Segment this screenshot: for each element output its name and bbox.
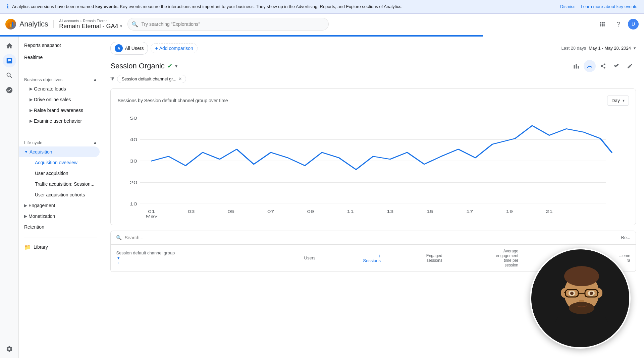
chevron-right-icon-4: ▶ <box>30 119 33 123</box>
chart-header: Session Organic ✔ ▾ <box>110 62 568 70</box>
svg-point-7 <box>602 23 603 25</box>
logo-area: Analytics <box>5 19 48 29</box>
filter-close-icon[interactable]: ✕ <box>178 76 182 81</box>
svg-point-4 <box>602 22 603 23</box>
nav-realtime[interactable]: Realtime <box>19 51 100 63</box>
svg-text:13: 13 <box>387 209 394 214</box>
chevron-right-icon-6: ▶ <box>24 214 27 219</box>
nav-retention[interactable]: Retention <box>19 222 100 232</box>
nav-section-lifecycle: Life cycle ▲ ▼ Acquisition Acquisition o… <box>19 135 102 235</box>
search-input[interactable] <box>127 18 329 31</box>
all-accounts-breadcrumb: All accounts › Remain Eternal <box>59 19 122 23</box>
add-col-icon[interactable]: + <box>117 260 120 265</box>
reports-snapshot-label: Reports snapshot <box>24 43 61 48</box>
svg-text:09: 09 <box>307 209 314 214</box>
left-nav-wrapper: Reports snapshot Realtime Business objec… <box>0 37 102 358</box>
nav-explore-button[interactable] <box>3 69 16 82</box>
chart-status-icon: ✔ <box>167 62 172 70</box>
svg-point-55 <box>569 302 594 314</box>
account-selector[interactable]: All accounts › Remain Eternal Remain Ete… <box>59 19 122 30</box>
share-btn[interactable] <box>597 60 609 72</box>
nav-monetization[interactable]: ▶ Monetization <box>19 211 100 222</box>
table-search-input[interactable] <box>124 235 618 240</box>
session-filter-tag[interactable]: Session default channel gr... ✕ <box>117 75 186 83</box>
nav-engagement[interactable]: ▶ Engagement <box>19 200 100 211</box>
chevron-down-icon: ▼ <box>24 149 28 154</box>
svg-point-52 <box>570 292 574 295</box>
chart-title-dropdown[interactable]: ▾ <box>175 63 177 69</box>
property-name[interactable]: Remain Eternal - GA4 ▾ <box>59 23 122 30</box>
dismiss-link[interactable]: Dismiss <box>560 4 576 9</box>
user-avatar[interactable]: U <box>628 19 639 29</box>
row-count-label: Ro... <box>621 235 630 240</box>
nav-advertising-button[interactable] <box>3 83 16 97</box>
col-header-avg-engagement[interactable]: Average engagement time per session <box>448 245 524 272</box>
group-col-dropdown-icon[interactable]: ▾ <box>117 255 120 260</box>
nav-divider-3 <box>24 238 97 238</box>
line-chart-btn[interactable] <box>584 60 596 72</box>
chevron-right-icon-3: ▶ <box>30 108 33 113</box>
col-header-users[interactable]: Users <box>270 245 321 272</box>
chevron-right-icon: ▶ <box>30 86 33 91</box>
nav-home-button[interactable] <box>3 39 16 53</box>
chart-meta-title: Sessions by Session default channel grou… <box>117 98 228 103</box>
nav-generate-leads[interactable]: ▶ Generate leads <box>19 83 100 94</box>
date-range-label: Last 28 days <box>561 46 586 51</box>
col-header-engaged-sessions[interactable]: Engaged sessions <box>386 245 448 272</box>
nav-raise-brand-awareness[interactable]: ▶ Raise brand awareness <box>19 105 100 116</box>
collapse-lifecycle-btn[interactable]: ▲ <box>93 140 97 145</box>
svg-text:20: 20 <box>130 180 138 185</box>
svg-text:19: 19 <box>506 209 513 214</box>
nav-section-top: Reports snapshot Realtime <box>19 37 102 66</box>
svg-text:17: 17 <box>466 209 473 214</box>
svg-text:10: 10 <box>130 201 138 206</box>
filter-bar: A All Users + Add comparison Last 28 day… <box>110 42 636 55</box>
svg-point-15 <box>587 67 588 68</box>
collapse-objectives-btn[interactable]: ▲ <box>93 77 97 82</box>
learn-more-link[interactable]: Learn more about key events <box>581 4 637 9</box>
lifecycle-header: Life cycle ▲ <box>19 137 102 146</box>
svg-point-53 <box>590 292 593 295</box>
global-search[interactable]: 🔍 <box>127 18 329 31</box>
app-header: Analytics All accounts › Remain Eternal … <box>0 14 644 35</box>
table-search-icon: 🔍 <box>116 235 122 240</box>
edit-btn[interactable] <box>624 60 636 72</box>
col-header-group[interactable]: Session default channel group ▾ + <box>111 245 270 272</box>
svg-rect-1 <box>10 24 11 27</box>
svg-text:03: 03 <box>188 209 195 214</box>
nav-user-cohorts[interactable]: User acquisition cohorts <box>19 189 100 200</box>
app-logo-icon <box>5 19 16 29</box>
banner-text: Analytics conversions have been renamed … <box>12 3 557 10</box>
svg-text:50: 50 <box>130 116 138 120</box>
banner-links: Dismiss Learn more about key events <box>560 4 637 9</box>
nav-traffic-acquisition[interactable]: Traffic acquisition: Session... <box>19 179 100 189</box>
nav-configure-button[interactable] <box>3 342 16 356</box>
chart-meta: Sessions by Session default channel grou… <box>117 96 629 106</box>
svg-point-5 <box>603 22 605 23</box>
app-name: Analytics <box>19 20 48 28</box>
anomaly-btn[interactable] <box>610 60 623 72</box>
chart-svg-container: 50 40 30 20 10 01 May 03 05 07 09 <box>117 111 629 218</box>
nav-reports-button[interactable] <box>3 54 16 67</box>
date-range-selector[interactable]: Last 28 days May 1 - May 28, 2024 ▾ <box>561 46 636 51</box>
nav-content: Reports snapshot Realtime Business objec… <box>19 37 102 358</box>
realtime-label: Realtime <box>24 55 43 60</box>
nav-examine-user-behavior[interactable]: ▶ Examine user behavior <box>19 116 100 126</box>
nav-acquisition-overview[interactable]: Acquisition overview <box>19 157 100 168</box>
all-users-chip[interactable]: A All Users <box>110 42 148 55</box>
svg-text:40: 40 <box>130 137 138 142</box>
day-selector[interactable]: Day ▾ <box>607 96 629 106</box>
nav-library[interactable]: 📁 Library <box>19 241 100 254</box>
nav-reports-snapshot[interactable]: Reports snapshot <box>19 39 100 51</box>
apps-icon[interactable] <box>596 17 609 31</box>
nav-user-acquisition[interactable]: User acquisition <box>19 168 100 179</box>
svg-text:07: 07 <box>267 209 274 214</box>
col-header-sessions[interactable]: ↓ Sessions <box>321 245 386 272</box>
column-chart-btn[interactable] <box>570 60 582 72</box>
filter-tag-row: ⧩ Session default channel gr... ✕ <box>110 75 636 83</box>
nav-drive-online-sales[interactable]: ▶ Drive online sales <box>19 94 100 105</box>
add-comparison-button[interactable]: + Add comparison <box>151 43 197 53</box>
nav-acquisition[interactable]: ▼ Acquisition <box>19 146 100 157</box>
svg-point-8 <box>603 23 605 25</box>
help-icon[interactable]: ? <box>612 17 625 31</box>
